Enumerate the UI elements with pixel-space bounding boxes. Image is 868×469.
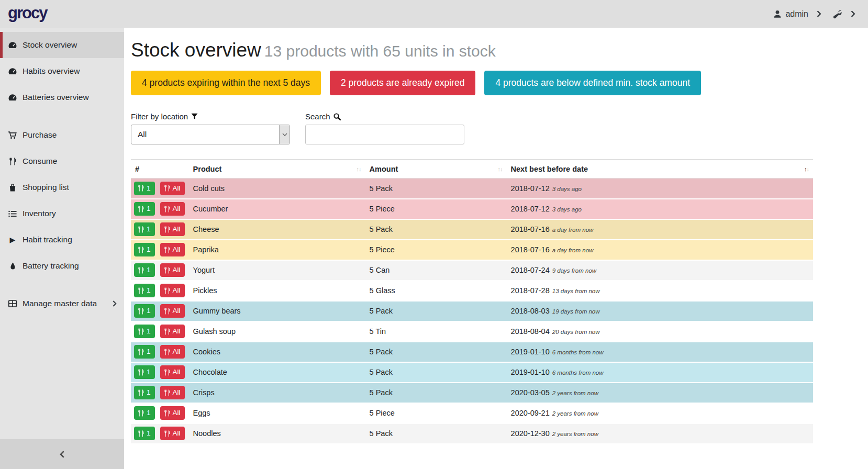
- settings-menu-chevron-icon[interactable]: [851, 10, 855, 17]
- consume-one-button[interactable]: 1: [134, 406, 155, 420]
- column-header-best-before[interactable]: Next best before date↑↓: [507, 160, 813, 178]
- app-logo[interactable]: grocy: [0, 4, 47, 25]
- consume-all-button[interactable]: All: [160, 345, 185, 359]
- consume-one-button[interactable]: 1: [134, 243, 155, 256]
- list-icon: [7, 210, 18, 217]
- utensils-icon: [164, 369, 170, 376]
- chevron-right-icon: [113, 300, 117, 307]
- sidebar-item-habits-overview[interactable]: Habits overview: [0, 58, 124, 84]
- sidebar-item-consume[interactable]: Consume: [0, 148, 124, 174]
- wrench-icon[interactable]: [833, 9, 842, 19]
- consume-all-button[interactable]: All: [160, 386, 185, 399]
- sidebar-item-label: Purchase: [23, 130, 57, 140]
- row-amount: 5 Glass: [365, 281, 507, 301]
- consume-all-button[interactable]: All: [160, 304, 185, 318]
- row-amount: 5 Piece: [365, 199, 507, 219]
- column-header-amount[interactable]: Amount↑↓: [365, 160, 507, 178]
- consume-one-button[interactable]: 1: [134, 325, 155, 338]
- consume-one-button[interactable]: 1: [134, 365, 155, 379]
- row-product: Cold cuts: [189, 178, 365, 199]
- row-date: 2020-12-30: [511, 429, 550, 438]
- row-actions: 1 All: [131, 342, 189, 362]
- utensils-icon: [164, 349, 170, 355]
- row-date: 2019-01-10: [511, 348, 550, 356]
- sort-icon[interactable]: ↑↓: [498, 166, 503, 172]
- row-actions: 1 All: [131, 403, 189, 423]
- sort-icon[interactable]: ↑↓: [804, 166, 809, 172]
- play-icon: ▶: [7, 236, 18, 243]
- consume-all-button[interactable]: All: [160, 263, 185, 277]
- consume-one-button[interactable]: 1: [134, 345, 155, 359]
- sidebar-collapse-button[interactable]: [0, 439, 124, 469]
- user-icon: [773, 10, 782, 18]
- row-product: Chocolate: [189, 362, 365, 383]
- consume-one-label: 1: [147, 430, 151, 437]
- below-min-stock-button[interactable]: 4 products are below defined min. stock …: [484, 71, 701, 95]
- row-actions: 1 All: [131, 423, 189, 444]
- consume-all-button[interactable]: All: [160, 406, 185, 420]
- sidebar-item-manage-master-data[interactable]: Manage master data: [0, 291, 124, 317]
- expiring-products-button[interactable]: 4 products expiring within the next 5 da…: [131, 71, 321, 95]
- row-date: 2019-01-10: [511, 368, 550, 376]
- consume-one-button[interactable]: 1: [134, 304, 155, 318]
- consume-one-label: 1: [147, 246, 151, 253]
- utensils-icon: [138, 308, 144, 315]
- expired-products-button[interactable]: 2 products are already expired: [330, 71, 475, 95]
- sort-icon[interactable]: ↑↓: [357, 166, 361, 172]
- consume-one-button[interactable]: 1: [134, 222, 155, 236]
- utensils-icon: [138, 349, 144, 355]
- consume-all-button[interactable]: All: [160, 202, 185, 216]
- table-row: 1 All Cheese 5 Pack 2018-07-16a day from…: [131, 219, 813, 240]
- consume-one-label: 1: [147, 368, 151, 376]
- sidebar-item-label: Habit tracking: [23, 235, 72, 244]
- consume-all-button[interactable]: All: [160, 284, 185, 297]
- row-best-before: 2020-12-302 years from now: [507, 423, 813, 444]
- location-select[interactable]: All: [131, 125, 290, 144]
- consume-all-button[interactable]: All: [160, 365, 185, 379]
- gauge-icon: [7, 68, 18, 75]
- row-timeago: a day from now: [552, 247, 594, 253]
- row-date: 2020-09-21: [511, 409, 550, 417]
- sidebar-item-battery-tracking[interactable]: Battery tracking: [0, 253, 124, 279]
- sidebar: Stock overview Habits overview Batteries…: [0, 28, 124, 469]
- utensils-icon: [164, 430, 170, 437]
- consume-one-button[interactable]: 1: [134, 182, 155, 195]
- consume-one-label: 1: [147, 226, 151, 233]
- column-header-product[interactable]: Product↑↓: [189, 160, 365, 178]
- sidebar-item-habit-tracking[interactable]: ▶ Habit tracking: [0, 227, 124, 253]
- sidebar-item-batteries-overview[interactable]: Batteries overview: [0, 84, 124, 110]
- utensils-icon: [138, 328, 144, 335]
- consume-one-button[interactable]: 1: [134, 284, 155, 297]
- location-filter-label: Filter by location: [131, 112, 290, 121]
- consume-one-label: 1: [147, 287, 151, 294]
- utensils-icon: [164, 308, 170, 315]
- consume-one-button[interactable]: 1: [134, 263, 155, 277]
- row-amount: 5 Pack: [365, 178, 507, 199]
- row-amount: 5 Pack: [365, 219, 507, 240]
- consume-one-label: 1: [147, 328, 151, 335]
- utensils-icon: [138, 226, 144, 233]
- consume-all-button[interactable]: All: [160, 222, 185, 236]
- sidebar-item-stock-overview[interactable]: Stock overview: [0, 32, 124, 58]
- utensils-icon: [138, 410, 144, 417]
- user-menu[interactable]: admin: [773, 9, 808, 19]
- sidebar-item-label: Inventory: [23, 209, 56, 218]
- stock-table-head: # Product↑↓ Amount↑↓ Next best before da…: [131, 160, 813, 178]
- consume-all-button[interactable]: All: [160, 325, 185, 338]
- consume-one-button[interactable]: 1: [134, 386, 155, 399]
- sidebar-item-purchase[interactable]: Purchase: [0, 122, 124, 148]
- consume-all-label: All: [173, 368, 181, 376]
- row-timeago: 3 days ago: [552, 186, 582, 192]
- user-menu-chevron-icon[interactable]: [817, 10, 821, 17]
- consume-all-button[interactable]: All: [160, 182, 185, 195]
- row-date: 2018-07-16: [511, 245, 550, 254]
- consume-all-button[interactable]: All: [160, 427, 185, 440]
- row-actions: 1 All: [131, 281, 189, 301]
- consume-one-button[interactable]: 1: [134, 202, 155, 216]
- consume-all-button[interactable]: All: [160, 243, 185, 256]
- consume-one-button[interactable]: 1: [134, 427, 155, 440]
- sidebar-item-shopping-list[interactable]: Shopping list: [0, 174, 124, 200]
- utensils-icon: [138, 247, 144, 253]
- search-input[interactable]: [305, 125, 464, 144]
- sidebar-item-inventory[interactable]: Inventory: [0, 200, 124, 227]
